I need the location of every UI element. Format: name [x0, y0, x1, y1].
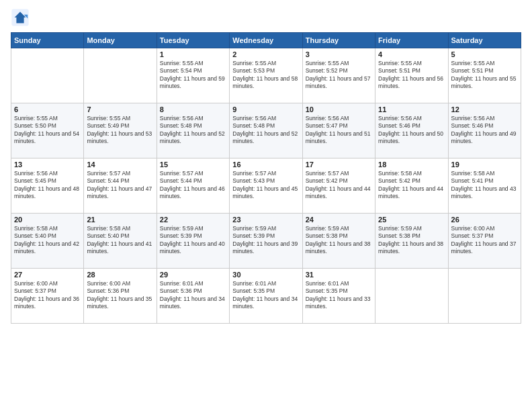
header-sunday: Sunday	[11, 33, 84, 48]
day-number: 23	[232, 216, 299, 224]
day-detail: Sunrise: 6:01 AMSunset: 5:36 PMDaylight:…	[160, 280, 226, 311]
day-detail: Sunrise: 6:00 AMSunset: 5:36 PMDaylight:…	[87, 280, 153, 311]
day-detail: Sunrise: 5:58 AMSunset: 5:40 PMDaylight:…	[87, 225, 153, 256]
day-detail: Sunrise: 5:56 AMSunset: 5:47 PMDaylight:…	[306, 115, 372, 146]
day-cell: 14Sunrise: 5:57 AMSunset: 5:44 PMDayligh…	[84, 158, 157, 214]
week-row-3: 20Sunrise: 5:58 AMSunset: 5:40 PMDayligh…	[11, 214, 521, 269]
day-detail: Sunrise: 6:01 AMSunset: 5:35 PMDaylight:…	[232, 280, 299, 311]
header	[11, 8, 521, 27]
day-cell	[375, 269, 448, 324]
day-number: 10	[306, 105, 372, 113]
day-number: 8	[160, 105, 226, 113]
day-cell: 11Sunrise: 5:56 AMSunset: 5:46 PMDayligh…	[375, 103, 448, 158]
day-detail: Sunrise: 5:57 AMSunset: 5:44 PMDaylight:…	[87, 170, 153, 201]
day-number: 29	[160, 271, 226, 279]
day-cell: 22Sunrise: 5:59 AMSunset: 5:39 PMDayligh…	[157, 214, 229, 269]
day-number: 31	[306, 271, 372, 279]
day-detail: Sunrise: 5:55 AMSunset: 5:52 PMDaylight:…	[306, 60, 372, 91]
day-cell: 3Sunrise: 5:55 AMSunset: 5:52 PMDaylight…	[302, 48, 375, 103]
day-detail: Sunrise: 5:58 AMSunset: 5:41 PMDaylight:…	[451, 170, 518, 201]
day-cell: 5Sunrise: 5:55 AMSunset: 5:51 PMDaylight…	[448, 48, 521, 103]
day-cell: 30Sunrise: 6:01 AMSunset: 5:35 PMDayligh…	[230, 269, 302, 324]
day-cell: 27Sunrise: 6:00 AMSunset: 5:37 PMDayligh…	[11, 269, 84, 324]
day-number: 13	[14, 161, 81, 169]
header-row: SundayMondayTuesdayWednesdayThursdayFrid…	[11, 33, 521, 48]
day-number: 22	[160, 216, 226, 224]
day-cell: 18Sunrise: 5:58 AMSunset: 5:42 PMDayligh…	[375, 158, 448, 214]
day-number: 1	[160, 50, 226, 58]
day-detail: Sunrise: 5:59 AMSunset: 5:39 PMDaylight:…	[232, 225, 299, 256]
header-thursday: Thursday	[302, 33, 375, 48]
week-row-2: 13Sunrise: 5:56 AMSunset: 5:45 PMDayligh…	[11, 158, 521, 214]
day-cell: 25Sunrise: 5:59 AMSunset: 5:38 PMDayligh…	[375, 214, 448, 269]
day-detail: Sunrise: 5:55 AMSunset: 5:51 PMDaylight:…	[378, 60, 445, 91]
day-cell: 17Sunrise: 5:57 AMSunset: 5:42 PMDayligh…	[302, 158, 375, 214]
day-detail: Sunrise: 5:56 AMSunset: 5:46 PMDaylight:…	[451, 115, 518, 146]
page: SundayMondayTuesdayWednesdayThursdayFrid…	[0, 0, 532, 411]
day-cell: 23Sunrise: 5:59 AMSunset: 5:39 PMDayligh…	[230, 214, 302, 269]
day-cell: 10Sunrise: 5:56 AMSunset: 5:47 PMDayligh…	[302, 103, 375, 158]
day-cell: 20Sunrise: 5:58 AMSunset: 5:40 PMDayligh…	[11, 214, 84, 269]
day-number: 24	[306, 216, 372, 224]
day-cell: 1Sunrise: 5:55 AMSunset: 5:54 PMDaylight…	[157, 48, 229, 103]
day-detail: Sunrise: 5:56 AMSunset: 5:48 PMDaylight:…	[160, 115, 226, 146]
day-cell: 8Sunrise: 5:56 AMSunset: 5:48 PMDaylight…	[157, 103, 229, 158]
day-cell: 12Sunrise: 5:56 AMSunset: 5:46 PMDayligh…	[448, 103, 521, 158]
day-number: 20	[14, 216, 81, 224]
day-number: 15	[160, 161, 226, 169]
header-monday: Monday	[84, 33, 157, 48]
day-detail: Sunrise: 5:58 AMSunset: 5:40 PMDaylight:…	[14, 225, 81, 256]
day-number: 3	[306, 50, 372, 58]
calendar-body: 1Sunrise: 5:55 AMSunset: 5:54 PMDaylight…	[11, 48, 521, 324]
day-cell: 31Sunrise: 6:01 AMSunset: 5:35 PMDayligh…	[302, 269, 375, 324]
day-detail: Sunrise: 5:57 AMSunset: 5:43 PMDaylight:…	[232, 170, 299, 201]
day-detail: Sunrise: 6:00 AMSunset: 5:37 PMDaylight:…	[14, 280, 81, 311]
day-cell: 16Sunrise: 5:57 AMSunset: 5:43 PMDayligh…	[230, 158, 302, 214]
week-row-4: 27Sunrise: 6:00 AMSunset: 5:37 PMDayligh…	[11, 269, 521, 324]
day-detail: Sunrise: 5:55 AMSunset: 5:49 PMDaylight:…	[87, 115, 153, 146]
day-cell	[11, 48, 84, 103]
header-tuesday: Tuesday	[157, 33, 229, 48]
day-cell: 19Sunrise: 5:58 AMSunset: 5:41 PMDayligh…	[448, 158, 521, 214]
day-number: 7	[87, 105, 153, 113]
day-number: 16	[232, 161, 299, 169]
day-cell: 21Sunrise: 5:58 AMSunset: 5:40 PMDayligh…	[84, 214, 157, 269]
day-number: 14	[87, 161, 153, 169]
day-cell: 29Sunrise: 6:01 AMSunset: 5:36 PMDayligh…	[157, 269, 229, 324]
day-number: 21	[87, 216, 153, 224]
day-detail: Sunrise: 6:01 AMSunset: 5:35 PMDaylight:…	[306, 280, 372, 311]
day-cell: 26Sunrise: 6:00 AMSunset: 5:37 PMDayligh…	[448, 214, 521, 269]
day-cell: 7Sunrise: 5:55 AMSunset: 5:49 PMDaylight…	[84, 103, 157, 158]
day-cell	[84, 48, 157, 103]
day-number: 2	[232, 50, 299, 58]
day-detail: Sunrise: 5:55 AMSunset: 5:51 PMDaylight:…	[451, 60, 518, 91]
day-number: 11	[378, 105, 445, 113]
day-cell	[448, 269, 521, 324]
day-cell: 13Sunrise: 5:56 AMSunset: 5:45 PMDayligh…	[11, 158, 84, 214]
day-number: 5	[451, 50, 518, 58]
day-cell: 28Sunrise: 6:00 AMSunset: 5:36 PMDayligh…	[84, 269, 157, 324]
day-number: 26	[451, 216, 518, 224]
day-detail: Sunrise: 5:56 AMSunset: 5:45 PMDaylight:…	[14, 170, 81, 201]
day-detail: Sunrise: 5:56 AMSunset: 5:48 PMDaylight:…	[232, 115, 299, 146]
day-detail: Sunrise: 5:55 AMSunset: 5:54 PMDaylight:…	[160, 60, 226, 91]
week-row-1: 6Sunrise: 5:55 AMSunset: 5:50 PMDaylight…	[11, 103, 521, 158]
calendar-table: SundayMondayTuesdayWednesdayThursdayFrid…	[11, 32, 521, 324]
day-detail: Sunrise: 5:59 AMSunset: 5:39 PMDaylight:…	[160, 225, 226, 256]
day-number: 4	[378, 50, 445, 58]
day-detail: Sunrise: 5:59 AMSunset: 5:38 PMDaylight:…	[306, 225, 372, 256]
day-number: 25	[378, 216, 445, 224]
day-number: 17	[306, 161, 372, 169]
day-detail: Sunrise: 5:59 AMSunset: 5:38 PMDaylight:…	[378, 225, 445, 256]
day-number: 18	[378, 161, 445, 169]
day-detail: Sunrise: 5:57 AMSunset: 5:42 PMDaylight:…	[306, 170, 372, 201]
day-detail: Sunrise: 5:56 AMSunset: 5:46 PMDaylight:…	[378, 115, 445, 146]
day-cell: 4Sunrise: 5:55 AMSunset: 5:51 PMDaylight…	[375, 48, 448, 103]
calendar-header: SundayMondayTuesdayWednesdayThursdayFrid…	[11, 33, 521, 48]
day-number: 6	[14, 105, 81, 113]
day-number: 27	[14, 271, 81, 279]
day-detail: Sunrise: 5:57 AMSunset: 5:44 PMDaylight:…	[160, 170, 226, 201]
day-number: 30	[232, 271, 299, 279]
day-detail: Sunrise: 5:58 AMSunset: 5:42 PMDaylight:…	[378, 170, 445, 201]
day-cell: 6Sunrise: 5:55 AMSunset: 5:50 PMDaylight…	[11, 103, 84, 158]
